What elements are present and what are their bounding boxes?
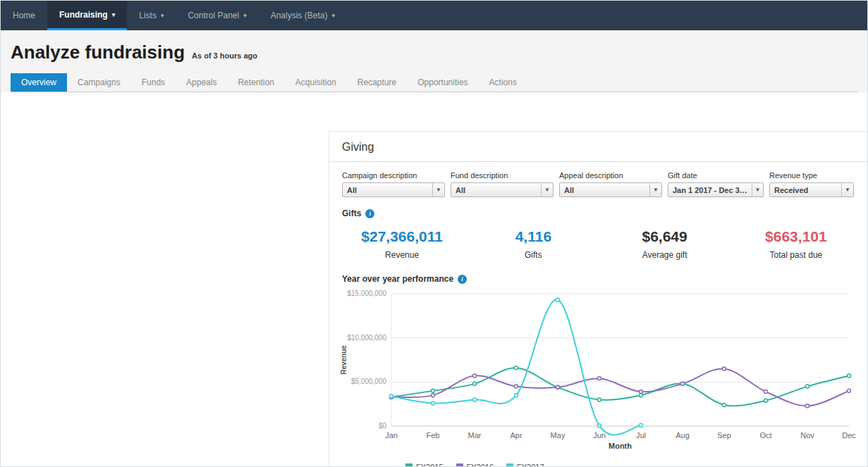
tab-overview[interactable]: Overview bbox=[11, 73, 67, 92]
revenue-type-select[interactable]: Received ▼ bbox=[769, 182, 854, 197]
legend-item-fy2016[interactable]: FY2016 bbox=[456, 463, 494, 467]
content-area: Giving Campaign description All ▼ Fund d… bbox=[1, 92, 867, 467]
legend-label: FY2015 bbox=[416, 463, 444, 467]
gifts-section-header: Gifts i bbox=[329, 203, 868, 220]
select-value: All bbox=[451, 186, 470, 194]
nav-label: Lists bbox=[139, 11, 157, 20]
svg-text:Jul: Jul bbox=[636, 431, 646, 440]
kpi-value: $27,366,011 bbox=[336, 228, 467, 245]
nav-label: Home bbox=[13, 11, 35, 20]
svg-text:Revenue: Revenue bbox=[340, 345, 348, 375]
filter-bar: Campaign description All ▼ Fund descript… bbox=[329, 162, 868, 203]
kpi-revenue: $27,366,011 Revenue bbox=[336, 228, 467, 260]
caret-down-icon: ▾ bbox=[161, 12, 164, 19]
nav-item-home[interactable]: Home bbox=[1, 1, 47, 30]
filter-label: Gift date bbox=[668, 171, 764, 180]
filter-label: Appeal description bbox=[559, 171, 662, 180]
nav-label: Fundraising bbox=[59, 10, 108, 20]
tab-retention[interactable]: Retention bbox=[227, 73, 284, 92]
tab-acquisition[interactable]: Acquisition bbox=[285, 73, 347, 92]
appeal-description-select[interactable]: All ▼ bbox=[559, 182, 662, 197]
tab-appeals[interactable]: Appeals bbox=[176, 73, 227, 92]
kpi-gifts: 4,116 Gifts bbox=[467, 228, 599, 260]
select-value: All bbox=[560, 186, 578, 194]
caret-down-icon: ▾ bbox=[243, 12, 247, 19]
app-window: Home Fundraising ▾ Lists ▾ Control Panel… bbox=[0, 0, 868, 467]
yoy-chart-container[interactable]: $0$5,000,000$10,000,000$15,000,000Revenu… bbox=[329, 285, 868, 467]
info-icon[interactable]: i bbox=[458, 275, 467, 284]
svg-text:Oct: Oct bbox=[759, 431, 771, 440]
gift-date-select[interactable]: Jan 1 2017 - Dec 31… ▼ bbox=[668, 182, 764, 197]
filter-gift-date: Gift date Jan 1 2017 - Dec 31… ▼ bbox=[668, 171, 764, 197]
kpi-value: 4,116 bbox=[467, 228, 599, 245]
chart-heading-row: Year over year performance i bbox=[329, 270, 868, 285]
kpi-label: Revenue bbox=[336, 250, 467, 260]
filter-revenue-type: Revenue type Received ▼ bbox=[769, 171, 854, 197]
filter-label: Fund description bbox=[451, 171, 554, 180]
legend-item-fy2015[interactable]: FY2015 bbox=[405, 463, 444, 467]
info-icon[interactable]: i bbox=[365, 209, 374, 218]
kpi-value: $6,649 bbox=[599, 228, 731, 245]
tab-funds[interactable]: Funds bbox=[131, 73, 176, 92]
legend-swatch bbox=[456, 463, 463, 467]
select-value: Jan 1 2017 - Dec 31… bbox=[668, 186, 752, 194]
svg-text:$15,000,000: $15,000,000 bbox=[347, 289, 386, 297]
legend-swatch bbox=[405, 463, 412, 467]
line-chart[interactable]: $0$5,000,000$10,000,000$15,000,000Revenu… bbox=[336, 287, 862, 457]
nav-label: Control Panel bbox=[188, 11, 239, 20]
nav-item-lists[interactable]: Lists ▾ bbox=[127, 1, 176, 30]
legend-swatch bbox=[506, 463, 513, 467]
dropdown-arrow-icon: ▼ bbox=[841, 183, 853, 197]
svg-text:Aug: Aug bbox=[676, 431, 690, 440]
tab-campaigns[interactable]: Campaigns bbox=[67, 73, 131, 92]
svg-text:Mar: Mar bbox=[468, 431, 482, 440]
giving-panel: Giving Campaign description All ▼ Fund d… bbox=[329, 131, 868, 467]
filter-label: Campaign description bbox=[342, 171, 445, 180]
chart-legend: FY2015FY2016FY2017 bbox=[405, 463, 863, 467]
campaign-description-select[interactable]: All ▼ bbox=[342, 182, 445, 197]
kpi-total-past-due: $663,101 Total past due bbox=[731, 228, 862, 260]
caret-down-icon: ▾ bbox=[112, 11, 116, 18]
dropdown-arrow-icon: ▼ bbox=[752, 183, 763, 197]
select-value: All bbox=[343, 186, 361, 194]
giving-panel-header: Giving bbox=[329, 132, 868, 162]
svg-text:Jan: Jan bbox=[385, 431, 398, 440]
svg-text:Month: Month bbox=[609, 442, 632, 450]
nav-label: Analysis (Beta) bbox=[271, 11, 328, 20]
kpi-label: Average gift bbox=[599, 250, 731, 260]
top-navigation: Home Fundraising ▾ Lists ▾ Control Panel… bbox=[1, 1, 867, 30]
select-value: Received bbox=[770, 186, 812, 194]
svg-text:Nov: Nov bbox=[800, 431, 814, 440]
caret-down-icon: ▾ bbox=[331, 12, 335, 19]
page-header: Analyze fundraising As of 3 hours ago Ov… bbox=[1, 30, 867, 92]
nav-item-fundraising[interactable]: Fundraising ▾ bbox=[47, 1, 127, 30]
chart-heading: Year over year performance bbox=[342, 274, 453, 284]
fund-description-select[interactable]: All ▼ bbox=[451, 182, 554, 197]
page-title: Analyze fundraising bbox=[11, 42, 185, 63]
gifts-label: Gifts bbox=[342, 208, 361, 218]
kpi-value: $663,101 bbox=[731, 228, 862, 245]
legend-item-fy2017[interactable]: FY2017 bbox=[506, 463, 544, 467]
filter-label: Revenue type bbox=[769, 171, 854, 180]
tab-opportunities[interactable]: Opportunities bbox=[407, 73, 478, 92]
svg-text:$5,000,000: $5,000,000 bbox=[351, 378, 386, 385]
as-of-timestamp: As of 3 hours ago bbox=[192, 51, 257, 60]
kpi-label: Gifts bbox=[467, 250, 599, 260]
dropdown-arrow-icon: ▼ bbox=[541, 183, 553, 197]
svg-text:Dec: Dec bbox=[842, 431, 856, 440]
svg-text:$0: $0 bbox=[379, 422, 387, 430]
filter-fund-description: Fund description All ▼ bbox=[451, 171, 554, 197]
svg-text:Jun: Jun bbox=[593, 431, 606, 440]
kpi-average-gift: $6,649 Average gift bbox=[599, 228, 731, 260]
nav-item-control-panel[interactable]: Control Panel ▾ bbox=[176, 1, 258, 30]
dropdown-arrow-icon: ▼ bbox=[432, 183, 444, 197]
svg-text:$10,000,000: $10,000,000 bbox=[347, 334, 386, 342]
tab-recapture[interactable]: Recapture bbox=[347, 73, 407, 92]
filter-campaign-description: Campaign description All ▼ bbox=[342, 171, 445, 197]
filter-appeal-description: Appeal description All ▼ bbox=[559, 171, 662, 197]
tab-actions[interactable]: Actions bbox=[479, 73, 527, 92]
legend-label: FY2016 bbox=[467, 463, 494, 467]
panel-title: Giving bbox=[342, 141, 374, 153]
nav-item-analysis-beta[interactable]: Analysis (Beta) ▾ bbox=[259, 1, 347, 30]
legend-label: FY2017 bbox=[517, 463, 544, 467]
